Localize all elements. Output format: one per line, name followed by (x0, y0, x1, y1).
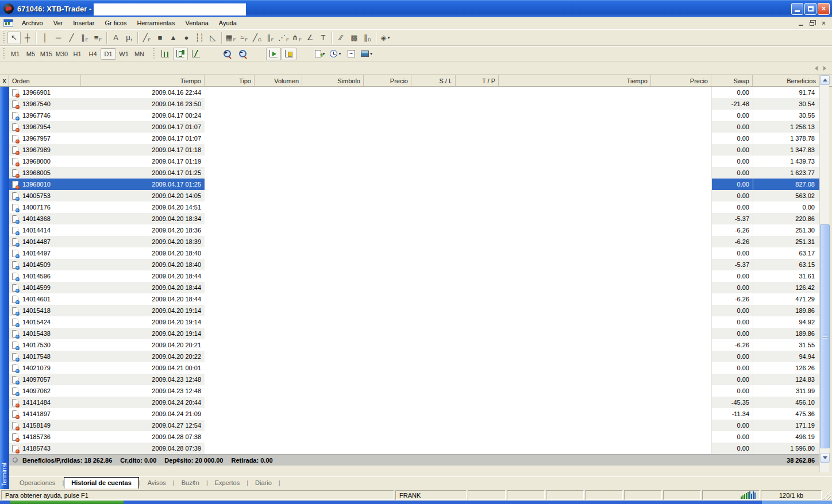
menu-item[interactable]: Ver (48, 18, 68, 28)
chart-shift-button[interactable] (282, 48, 296, 60)
table-row[interactable]: 14007176 2009.04.20 14:51 0.00 0.00 (9, 201, 819, 213)
text-label-icon[interactable]: T (317, 32, 330, 44)
table-row[interactable]: 13968000 2009.04.17 01:19 0.00 1 439.73 (9, 156, 819, 167)
price-label-icon[interactable]: μt (122, 32, 136, 44)
panel-close-button[interactable]: x (0, 75, 9, 86)
menu-item[interactable]: Insertar (68, 18, 99, 28)
ellipse-icon[interactable]: ● (180, 32, 193, 44)
timeframe-button[interactable]: H1 (70, 48, 85, 60)
column-header[interactable]: Precio (364, 75, 411, 86)
table-row[interactable]: 13967746 2009.04.17 00:24 0.00 30.55 (9, 110, 819, 121)
mdi-close-button[interactable]: × (819, 19, 829, 28)
column-header[interactable]: Precio (651, 75, 711, 86)
zoom-in-button[interactable]: + (219, 48, 234, 60)
close-button[interactable]: × (818, 3, 830, 15)
vertical-line-icon[interactable]: │ (38, 32, 52, 44)
triangle-icon[interactable]: ▲ (167, 32, 180, 44)
terminal-tab[interactable]: Expertos (208, 478, 246, 489)
scroll-right-icon[interactable] (823, 66, 826, 71)
table-row[interactable]: 14005753 2009.04.20 14:05 0.00 563.02 (9, 190, 819, 201)
toolbar-grip[interactable] (2, 32, 6, 44)
column-header[interactable]: T / P (456, 75, 499, 86)
table-row[interactable]: 14014601 2009.04.20 18:44 -6.26 471.29 (9, 293, 819, 305)
column-header[interactable]: Tiempo (499, 75, 651, 86)
table-row[interactable]: 14015418 2009.04.20 19:14 0.00 189.86 (9, 305, 819, 316)
timeframe-button[interactable]: M15 (38, 48, 54, 60)
column-header[interactable]: Beneficios (753, 75, 819, 86)
table-row[interactable]: 14097062 2009.04.23 12:48 0.00 311.99 (9, 385, 819, 397)
crosshair-icon[interactable]: ┼ (21, 32, 34, 44)
menu-item[interactable]: Gr ficos (100, 18, 132, 28)
scroll-down-button[interactable] (820, 453, 830, 463)
table-row[interactable]: 13967540 2009.04.16 23:50 -21.48 30.54 (9, 98, 819, 110)
timeframe-button[interactable]: M1 (7, 48, 23, 60)
terminal-tab[interactable]: Operaciones (13, 478, 62, 489)
line-chart-button[interactable] (188, 48, 203, 60)
mdi-minimize-button[interactable] (796, 19, 806, 28)
bar-chart-button[interactable] (157, 48, 172, 60)
regression-channel-icon[interactable]: ∕∕ (334, 32, 348, 44)
column-header[interactable]: Orden (9, 75, 81, 86)
scroll-left-icon[interactable] (815, 66, 818, 71)
table-row[interactable]: 13968010 2009.04.17 01:25 0.00 827.08 (9, 179, 819, 190)
table-row[interactable]: 14141484 2009.04.24 20:44 -45.35 456.10 (9, 397, 819, 408)
table-row[interactable]: 13967989 2009.04.17 01:18 0.00 1 347.83 (9, 144, 819, 156)
terminal-tab[interactable]: Avisos (141, 478, 173, 489)
timeframe-button[interactable]: M5 (23, 48, 38, 60)
fibo-trendline-icon[interactable]: ╱F (140, 32, 153, 44)
menu-item[interactable]: Ayuda (214, 18, 242, 28)
table-row[interactable]: 14015438 2009.04.20 19:14 0.00 189.86 (9, 328, 819, 339)
terminal-tab[interactable]: Buz¢n (175, 478, 206, 489)
scroll-up-button[interactable] (820, 75, 830, 85)
zoom-out-button[interactable]: − (235, 48, 250, 60)
new-order-button[interactable]: ▾ (313, 48, 328, 60)
table-row[interactable]: 14014596 2009.04.20 18:44 0.00 31.61 (9, 270, 819, 282)
table-row[interactable]: 14097057 2009.04.23 12:48 0.00 124.83 (9, 374, 819, 385)
table-row[interactable]: 14014487 2009.04.20 18:39 -6.26 251.31 (9, 236, 819, 247)
menu-item[interactable]: Archivo (17, 18, 48, 28)
arrows-icon[interactable]: ◈▾ (379, 32, 392, 44)
mdi-restore-button[interactable] (807, 19, 817, 28)
rectangle-icon[interactable]: ■ (153, 32, 167, 44)
minimize-button[interactable] (791, 3, 803, 15)
cycle-lines-icon[interactable]: ┆┆ (193, 32, 206, 44)
fibonacci-channel-icon[interactable]: ∥F (264, 32, 277, 44)
fibonacci-fan-icon[interactable]: ⋰F (277, 32, 290, 44)
table-row[interactable]: 14014368 2009.04.20 18:34 -5.37 220.86 (9, 213, 819, 224)
andrews-pitchfork-icon[interactable]: ⋔F (290, 32, 303, 44)
standard-deviation-channel-icon[interactable]: ∥D (361, 32, 374, 44)
table-row[interactable]: 14014509 2009.04.20 18:40 -5.37 63.15 (9, 259, 819, 270)
table-row[interactable]: 13966901 2009.04.16 22:44 0.00 91.74 (9, 87, 819, 98)
column-header[interactable]: S / L (411, 75, 456, 86)
equidistant-channel-icon[interactable]: ∥E (78, 32, 91, 44)
table-row[interactable]: 14014414 2009.04.20 18:36 -6.26 251.30 (9, 224, 819, 236)
column-header[interactable]: Tiempo (81, 75, 205, 86)
toolbar-grip[interactable] (152, 48, 156, 60)
menu-item[interactable]: Herramientas (132, 18, 180, 28)
auto-scroll-button[interactable] (266, 48, 281, 60)
period-button[interactable]: ▾ (328, 48, 343, 60)
timeframe-button[interactable]: H4 (85, 48, 101, 60)
trendline-icon[interactable]: ╱ (65, 32, 78, 44)
indicators-button[interactable]: ~ (344, 48, 359, 60)
table-row[interactable]: 14141897 2009.04.24 21:09 -11.34 475.36 (9, 408, 819, 420)
gann-fan-icon[interactable]: ◺ (206, 32, 219, 44)
column-header[interactable]: Simbolo (302, 75, 364, 86)
timeframe-button[interactable]: M30 (54, 48, 70, 60)
timeframe-button[interactable]: MN (132, 48, 147, 60)
cursor-icon[interactable]: ↖ (7, 32, 21, 44)
table-row[interactable]: 14185743 2009.04.28 07:39 0.00 1 596.80 (9, 443, 819, 454)
vertical-scrollbar[interactable] (819, 75, 829, 472)
table-row[interactable]: 14017530 2009.04.20 20:21 -6.26 31.55 (9, 339, 819, 351)
timeframe-button[interactable]: D1 (101, 48, 116, 60)
fibonacci-expansion-icon[interactable]: ≈F (237, 32, 251, 44)
table-row[interactable]: 14158149 2009.04.27 12:54 0.00 171.19 (9, 420, 819, 431)
table-row[interactable]: 14021079 2009.04.21 00:01 0.00 126.26 (9, 362, 819, 374)
column-header[interactable]: Swap (711, 75, 753, 86)
maximize-button[interactable] (804, 3, 816, 15)
column-header[interactable]: Volumen (255, 75, 302, 86)
terminal-tab[interactable]: Historial de cuentas (64, 477, 139, 489)
fibonacci-retracement-icon[interactable]: ≡F (91, 32, 105, 44)
toolbar-grip[interactable] (2, 48, 6, 60)
templates-button[interactable]: ▾ (359, 48, 374, 60)
